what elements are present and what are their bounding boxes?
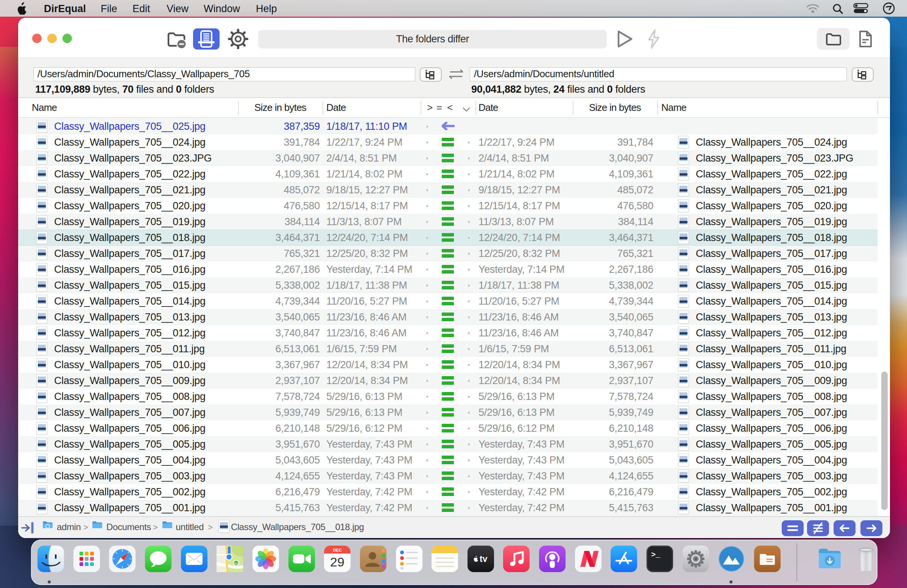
- svg-text:280: 280: [234, 562, 239, 565]
- svg-text:>_: >_: [651, 551, 660, 559]
- svg-text:29: 29: [330, 555, 345, 569]
- svg-text:tv: tv: [480, 554, 487, 564]
- svg-text:DEC: DEC: [333, 548, 341, 553]
